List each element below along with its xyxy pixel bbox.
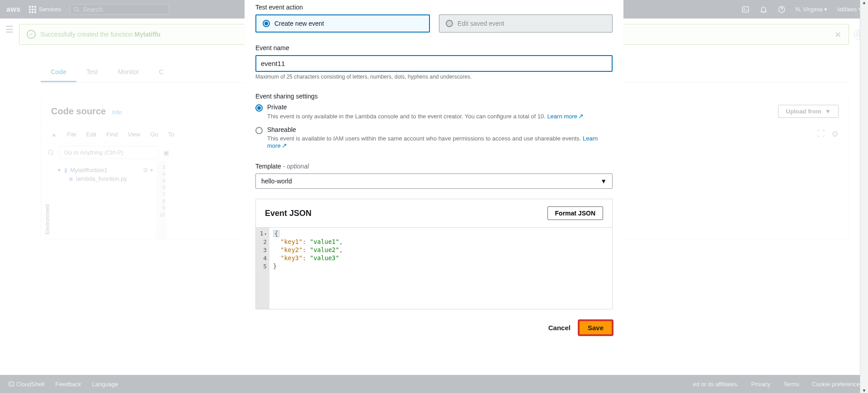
external-link-icon: ↗ <box>282 142 287 149</box>
radio-dot-icon <box>446 20 453 27</box>
event-json-title: Event JSON <box>265 209 311 218</box>
radio-create-new-event[interactable]: Create new event <box>255 14 430 33</box>
format-json-button[interactable]: Format JSON <box>547 206 603 220</box>
vertical-scrollbar[interactable]: ▲ ▼ <box>860 0 868 393</box>
caret-down-icon: ▼ <box>600 178 607 185</box>
event-name-helper: Maximum of 25 characters consisting of l… <box>255 74 613 80</box>
radio-shareable-title: Shareable <box>267 126 613 133</box>
radio-private-title: Private <box>267 103 584 111</box>
radio-private-desc: This event is only available in the Lamb… <box>267 112 584 120</box>
scroll-up-icon[interactable]: ▲ <box>862 0 867 5</box>
json-line-gutter: 1▾2345 <box>256 228 269 309</box>
external-link-icon: ↗ <box>578 112 584 120</box>
radio-label: Create new event <box>274 20 324 27</box>
radio-shareable[interactable]: Shareable This event is available to IAM… <box>255 126 613 149</box>
scroll-down-icon[interactable]: ▼ <box>862 388 867 393</box>
radio-label: Edit saved event <box>458 20 505 27</box>
event-name-input[interactable] <box>255 55 613 72</box>
radio-private[interactable]: Private This event is only available in … <box>255 103 613 120</box>
radio-edit-saved-event: Edit saved event <box>439 14 613 33</box>
radio-dot-icon <box>255 104 263 112</box>
event-sharing-label: Event sharing settings <box>255 93 613 100</box>
test-event-action-label: Test event action <box>255 4 613 11</box>
cancel-button[interactable]: Cancel <box>548 324 571 332</box>
event-name-label: Event name <box>255 44 613 51</box>
radio-shareable-desc: This event is available to IAM users wit… <box>267 135 613 149</box>
learn-more-link[interactable]: Learn more↗ <box>547 113 583 120</box>
configure-test-event-modal: Test event action Create new event Edit … <box>245 0 623 344</box>
radio-dot-icon <box>263 20 270 27</box>
template-select[interactable]: hello-world ▼ <box>255 173 613 189</box>
scrollbar-thumb[interactable] <box>862 172 867 221</box>
template-label: Template - optional <box>255 163 613 170</box>
template-value: hello-world <box>261 178 292 185</box>
radio-dot-icon <box>255 127 263 134</box>
json-code-area[interactable]: { "key1": "value1", "key2": "value2", "k… <box>269 228 612 309</box>
event-json-panel: Event JSON Format JSON 1▾2345 { "key1": … <box>255 199 613 309</box>
save-button[interactable]: Save <box>579 320 613 335</box>
json-editor[interactable]: 1▾2345 { "key1": "value1", "key2": "valu… <box>256 228 612 309</box>
